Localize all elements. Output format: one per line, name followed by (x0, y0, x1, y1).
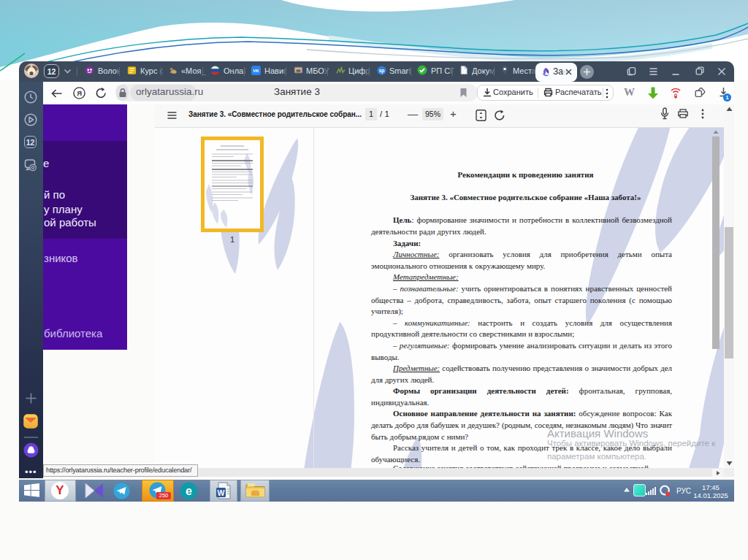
svg-text:W: W (218, 488, 225, 497)
svg-text:e: e (186, 485, 192, 497)
svg-text:VK: VK (253, 69, 259, 73)
svg-text:sp: sp (379, 68, 385, 74)
svg-text:Я: Я (77, 89, 82, 97)
